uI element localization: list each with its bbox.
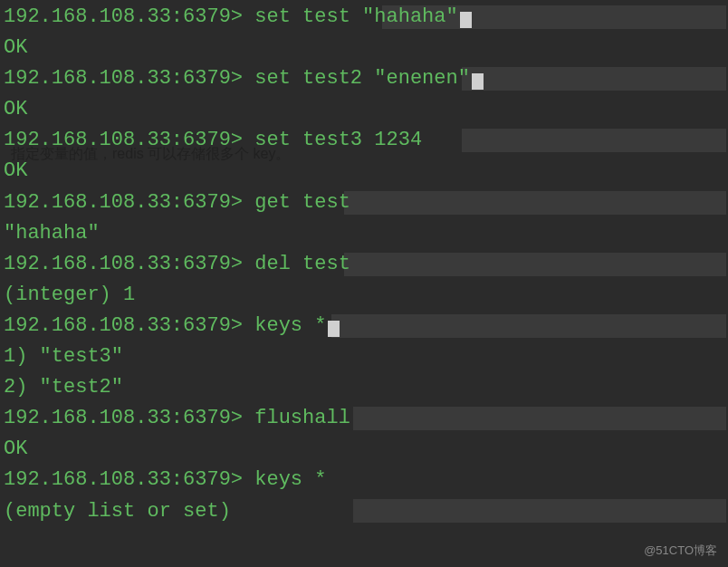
cursor-icon xyxy=(472,73,484,90)
output-text: OK xyxy=(4,36,27,59)
output-text: "hahaha" xyxy=(4,222,100,245)
prompt: 192.168.108.33:6379> xyxy=(4,407,254,429)
cursor-icon xyxy=(328,321,340,337)
terminal-output[interactable]: 192.168.108.33:6379> set test "hahaha"OK… xyxy=(4,2,724,527)
command-line: 192.168.108.33:6379> get test xyxy=(4,187,724,218)
watermark: @51CTO博客 xyxy=(644,542,717,560)
command-line: 192.168.108.33:6379> flushall xyxy=(4,403,724,434)
output-line: 2) "test2" xyxy=(4,372,724,403)
prompt: 192.168.108.33:6379> xyxy=(4,67,254,90)
background-annotation: 指定变量的值，redis 可以存储很多个 key。 xyxy=(11,143,290,166)
output-line: OK xyxy=(4,33,724,63)
prompt: 192.168.108.33:6379> xyxy=(4,468,254,491)
command-line: 192.168.108.33:6379> set test "hahaha" xyxy=(4,2,724,33)
command-text: get test xyxy=(254,191,350,214)
cursor-icon xyxy=(460,12,472,28)
prompt: 192.168.108.33:6379> xyxy=(4,191,254,214)
output-line: OK xyxy=(4,434,724,465)
output-line: OK xyxy=(4,94,724,125)
prompt: 192.168.108.33:6379> xyxy=(4,5,254,28)
output-text: (empty list or set) xyxy=(4,500,231,523)
output-line: (integer) 1 xyxy=(4,280,724,311)
command-text: flushall xyxy=(254,407,350,429)
command-text: keys * xyxy=(254,314,326,337)
command-text: keys * xyxy=(254,468,326,491)
command-line: 192.168.108.33:6379> keys * xyxy=(4,311,724,341)
output-text: OK xyxy=(4,98,27,120)
command-text: set test "hahaha" xyxy=(254,5,457,28)
output-text: (integer) 1 xyxy=(4,284,135,306)
command-text: set test2 "enenen" xyxy=(254,67,470,90)
output-text: OK xyxy=(4,437,27,460)
output-text: 1) "test3" xyxy=(4,345,123,368)
output-text: 2) "test2" xyxy=(4,376,123,399)
output-line: 1) "test3" xyxy=(4,341,724,372)
output-line: "hahaha" xyxy=(4,218,724,249)
command-text: del test xyxy=(254,253,350,275)
output-line: (empty list or set) xyxy=(4,496,724,527)
command-line: 192.168.108.33:6379> del test xyxy=(4,249,724,280)
command-line: 192.168.108.33:6379> set test2 "enenen" xyxy=(4,63,724,94)
prompt: 192.168.108.33:6379> xyxy=(4,314,254,337)
command-line: 192.168.108.33:6379> keys * xyxy=(4,465,724,495)
prompt: 192.168.108.33:6379> xyxy=(4,253,254,275)
